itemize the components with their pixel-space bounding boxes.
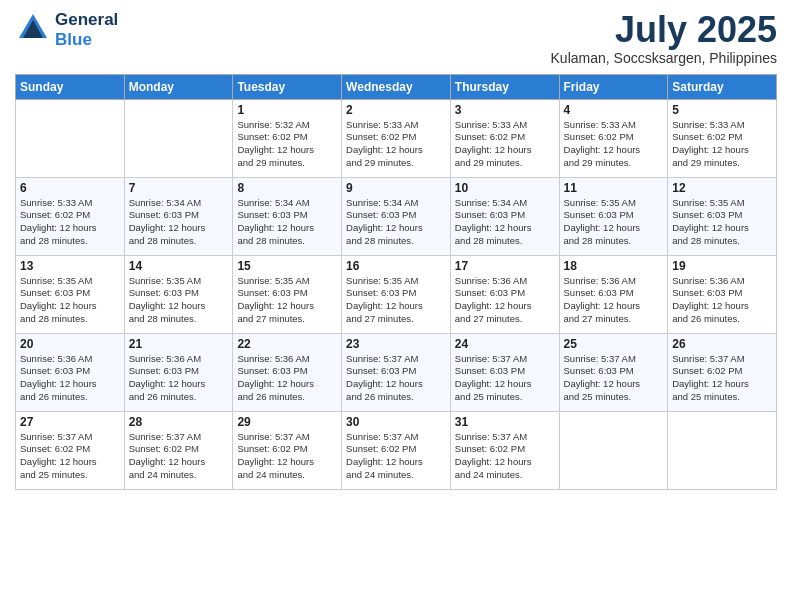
day-number: 2 — [346, 103, 446, 117]
day-info: Sunrise: 5:37 AM Sunset: 6:02 PM Dayligh… — [672, 353, 772, 404]
day-number: 8 — [237, 181, 337, 195]
calendar-cell: 2Sunrise: 5:33 AM Sunset: 6:02 PM Daylig… — [342, 99, 451, 177]
calendar-cell — [124, 99, 233, 177]
day-number: 11 — [564, 181, 664, 195]
day-info: Sunrise: 5:34 AM Sunset: 6:03 PM Dayligh… — [346, 197, 446, 248]
day-number: 27 — [20, 415, 120, 429]
day-info: Sunrise: 5:37 AM Sunset: 6:02 PM Dayligh… — [455, 431, 555, 482]
day-info: Sunrise: 5:35 AM Sunset: 6:03 PM Dayligh… — [346, 275, 446, 326]
calendar-cell: 30Sunrise: 5:37 AM Sunset: 6:02 PM Dayli… — [342, 411, 451, 489]
calendar-cell: 8Sunrise: 5:34 AM Sunset: 6:03 PM Daylig… — [233, 177, 342, 255]
day-number: 31 — [455, 415, 555, 429]
calendar-cell: 10Sunrise: 5:34 AM Sunset: 6:03 PM Dayli… — [450, 177, 559, 255]
calendar-cell: 23Sunrise: 5:37 AM Sunset: 6:03 PM Dayli… — [342, 333, 451, 411]
day-number: 20 — [20, 337, 120, 351]
calendar-cell: 1Sunrise: 5:32 AM Sunset: 6:02 PM Daylig… — [233, 99, 342, 177]
day-number: 25 — [564, 337, 664, 351]
calendar-cell: 22Sunrise: 5:36 AM Sunset: 6:03 PM Dayli… — [233, 333, 342, 411]
day-number: 6 — [20, 181, 120, 195]
day-info: Sunrise: 5:36 AM Sunset: 6:03 PM Dayligh… — [237, 353, 337, 404]
day-info: Sunrise: 5:36 AM Sunset: 6:03 PM Dayligh… — [20, 353, 120, 404]
calendar-cell: 7Sunrise: 5:34 AM Sunset: 6:03 PM Daylig… — [124, 177, 233, 255]
day-number: 17 — [455, 259, 555, 273]
calendar-cell: 19Sunrise: 5:36 AM Sunset: 6:03 PM Dayli… — [668, 255, 777, 333]
day-number: 7 — [129, 181, 229, 195]
day-number: 14 — [129, 259, 229, 273]
calendar-cell: 31Sunrise: 5:37 AM Sunset: 6:02 PM Dayli… — [450, 411, 559, 489]
logo-blue: Blue — [55, 30, 118, 50]
calendar-cell: 20Sunrise: 5:36 AM Sunset: 6:03 PM Dayli… — [16, 333, 125, 411]
day-info: Sunrise: 5:33 AM Sunset: 6:02 PM Dayligh… — [564, 119, 664, 170]
day-number: 22 — [237, 337, 337, 351]
calendar-header-row: SundayMondayTuesdayWednesdayThursdayFrid… — [16, 74, 777, 99]
day-number: 26 — [672, 337, 772, 351]
day-info: Sunrise: 5:35 AM Sunset: 6:03 PM Dayligh… — [564, 197, 664, 248]
week-row-1: 1Sunrise: 5:32 AM Sunset: 6:02 PM Daylig… — [16, 99, 777, 177]
day-number: 29 — [237, 415, 337, 429]
day-info: Sunrise: 5:36 AM Sunset: 6:03 PM Dayligh… — [672, 275, 772, 326]
day-info: Sunrise: 5:37 AM Sunset: 6:02 PM Dayligh… — [237, 431, 337, 482]
day-info: Sunrise: 5:37 AM Sunset: 6:03 PM Dayligh… — [346, 353, 446, 404]
logo-general: General — [55, 10, 118, 30]
header-thursday: Thursday — [450, 74, 559, 99]
day-number: 24 — [455, 337, 555, 351]
day-info: Sunrise: 5:36 AM Sunset: 6:03 PM Dayligh… — [564, 275, 664, 326]
day-info: Sunrise: 5:36 AM Sunset: 6:03 PM Dayligh… — [129, 353, 229, 404]
header-monday: Monday — [124, 74, 233, 99]
day-info: Sunrise: 5:37 AM Sunset: 6:02 PM Dayligh… — [20, 431, 120, 482]
logo-icon — [15, 10, 51, 46]
month-title: July 2025 — [551, 10, 777, 50]
day-info: Sunrise: 5:33 AM Sunset: 6:02 PM Dayligh… — [672, 119, 772, 170]
calendar-cell: 26Sunrise: 5:37 AM Sunset: 6:02 PM Dayli… — [668, 333, 777, 411]
calendar-cell — [16, 99, 125, 177]
calendar-cell: 29Sunrise: 5:37 AM Sunset: 6:02 PM Dayli… — [233, 411, 342, 489]
day-number: 23 — [346, 337, 446, 351]
day-number: 19 — [672, 259, 772, 273]
page: General Blue July 2025 Kulaman, Soccsksa… — [0, 0, 792, 612]
day-info: Sunrise: 5:35 AM Sunset: 6:03 PM Dayligh… — [672, 197, 772, 248]
calendar-cell: 27Sunrise: 5:37 AM Sunset: 6:02 PM Dayli… — [16, 411, 125, 489]
day-number: 18 — [564, 259, 664, 273]
calendar-cell: 15Sunrise: 5:35 AM Sunset: 6:03 PM Dayli… — [233, 255, 342, 333]
calendar-cell — [668, 411, 777, 489]
calendar-cell: 16Sunrise: 5:35 AM Sunset: 6:03 PM Dayli… — [342, 255, 451, 333]
day-info: Sunrise: 5:35 AM Sunset: 6:03 PM Dayligh… — [129, 275, 229, 326]
day-number: 4 — [564, 103, 664, 117]
day-info: Sunrise: 5:37 AM Sunset: 6:02 PM Dayligh… — [346, 431, 446, 482]
title-block: July 2025 Kulaman, Soccsksargen, Philipp… — [551, 10, 777, 66]
header: General Blue July 2025 Kulaman, Soccsksa… — [15, 10, 777, 66]
header-wednesday: Wednesday — [342, 74, 451, 99]
day-info: Sunrise: 5:33 AM Sunset: 6:02 PM Dayligh… — [455, 119, 555, 170]
calendar-cell: 17Sunrise: 5:36 AM Sunset: 6:03 PM Dayli… — [450, 255, 559, 333]
header-sunday: Sunday — [16, 74, 125, 99]
day-info: Sunrise: 5:32 AM Sunset: 6:02 PM Dayligh… — [237, 119, 337, 170]
day-number: 30 — [346, 415, 446, 429]
day-info: Sunrise: 5:36 AM Sunset: 6:03 PM Dayligh… — [455, 275, 555, 326]
day-number: 21 — [129, 337, 229, 351]
header-saturday: Saturday — [668, 74, 777, 99]
day-number: 28 — [129, 415, 229, 429]
calendar-cell: 5Sunrise: 5:33 AM Sunset: 6:02 PM Daylig… — [668, 99, 777, 177]
day-info: Sunrise: 5:34 AM Sunset: 6:03 PM Dayligh… — [129, 197, 229, 248]
calendar-cell: 25Sunrise: 5:37 AM Sunset: 6:03 PM Dayli… — [559, 333, 668, 411]
day-info: Sunrise: 5:37 AM Sunset: 6:03 PM Dayligh… — [455, 353, 555, 404]
calendar-cell: 6Sunrise: 5:33 AM Sunset: 6:02 PM Daylig… — [16, 177, 125, 255]
week-row-4: 20Sunrise: 5:36 AM Sunset: 6:03 PM Dayli… — [16, 333, 777, 411]
day-number: 13 — [20, 259, 120, 273]
day-number: 3 — [455, 103, 555, 117]
calendar-cell: 14Sunrise: 5:35 AM Sunset: 6:03 PM Dayli… — [124, 255, 233, 333]
calendar-cell: 4Sunrise: 5:33 AM Sunset: 6:02 PM Daylig… — [559, 99, 668, 177]
header-tuesday: Tuesday — [233, 74, 342, 99]
calendar-cell: 21Sunrise: 5:36 AM Sunset: 6:03 PM Dayli… — [124, 333, 233, 411]
calendar-cell: 18Sunrise: 5:36 AM Sunset: 6:03 PM Dayli… — [559, 255, 668, 333]
calendar-cell: 9Sunrise: 5:34 AM Sunset: 6:03 PM Daylig… — [342, 177, 451, 255]
day-number: 9 — [346, 181, 446, 195]
logo: General Blue — [15, 10, 118, 50]
day-number: 1 — [237, 103, 337, 117]
week-row-3: 13Sunrise: 5:35 AM Sunset: 6:03 PM Dayli… — [16, 255, 777, 333]
calendar-cell: 13Sunrise: 5:35 AM Sunset: 6:03 PM Dayli… — [16, 255, 125, 333]
week-row-2: 6Sunrise: 5:33 AM Sunset: 6:02 PM Daylig… — [16, 177, 777, 255]
day-number: 12 — [672, 181, 772, 195]
day-number: 16 — [346, 259, 446, 273]
day-number: 10 — [455, 181, 555, 195]
